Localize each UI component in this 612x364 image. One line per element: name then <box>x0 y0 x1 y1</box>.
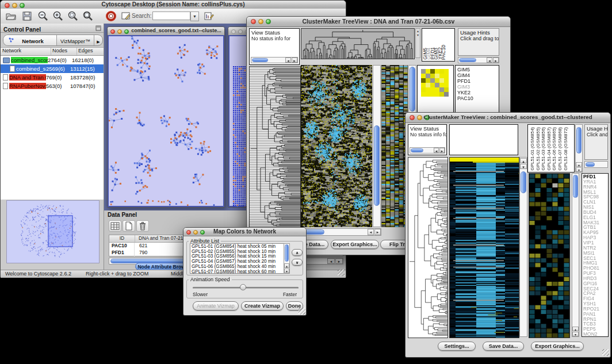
scroll-right-arrow[interactable]: ▸ <box>292 58 297 63</box>
create-vizmap-button[interactable]: Create Vizmap <box>241 301 284 311</box>
scroll-left-arrow[interactable]: ◂ <box>487 58 492 63</box>
export-graphics-button[interactable]: Export Graphics... <box>331 240 379 249</box>
scroll-thumb[interactable] <box>573 175 578 198</box>
mini-heatmap-cell[interactable] <box>435 87 439 92</box>
treeview2-collabel-vscrollbar[interactable]: ▴ ▾ <box>575 124 583 173</box>
mini-heatmap-cell[interactable] <box>439 92 444 97</box>
network-list-row[interactable]: combined_scores_2764(0)16218(0) <box>1 56 104 64</box>
help-lifebuoy-icon[interactable] <box>105 10 117 22</box>
map-colors-dialog[interactable]: Map Colors to Network Attribute List GPL… <box>183 227 307 316</box>
treeview1-global-vscrollbar[interactable] <box>373 65 381 227</box>
mini-heatmap-cell[interactable] <box>430 83 435 87</box>
mini-heatmap-cell[interactable] <box>435 74 439 78</box>
search-dropdown-arrow[interactable]: ▼ <box>190 12 199 21</box>
scroll-down-arrow[interactable]: ▾ <box>572 332 579 336</box>
view-status-scrollbar[interactable]: ◂ ▸ <box>410 147 445 154</box>
mini-heatmap-cell[interactable] <box>444 92 449 97</box>
treeview1-titlebar[interactable]: ClusterMaker TreeView : DNA and Tran 07-… <box>247 17 510 27</box>
treeview2-window[interactable]: ClusterMaker TreeView : combined_scores_… <box>405 112 611 358</box>
treeview1-label-toggle-strip[interactable]: ▴▾ <box>415 28 420 58</box>
mini-heatmap-cell[interactable] <box>421 87 426 92</box>
scroll-right-arrow[interactable]: ▸ <box>335 258 343 264</box>
network-list-row[interactable]: combined_sco2569(6)13112(15) <box>1 64 104 73</box>
row-label[interactable]: YKE2 <box>457 90 499 95</box>
scroll-up-arrow[interactable]: ▴ <box>572 327 579 331</box>
scroll-down-arrow[interactable]: ▾ <box>576 167 582 172</box>
row-label[interactable]: GIM4 <box>457 72 499 78</box>
scroll-left-arrow[interactable]: ◂ <box>327 258 335 264</box>
float-panel-icon[interactable] <box>95 25 101 31</box>
scroll-right-arrow[interactable]: ▸ <box>439 148 445 153</box>
settings-button[interactable]: Settings... <box>438 342 476 351</box>
minimize-button[interactable] <box>117 29 122 34</box>
row-label[interactable]: PAC10 <box>457 95 499 101</box>
save-data-button[interactable]: Save Data... <box>483 342 524 351</box>
usage-hints-scrollbar[interactable]: ◂ ▸ <box>458 57 499 63</box>
scroll-down-arrow[interactable]: ▾ <box>284 269 289 273</box>
mini-heatmap-cell[interactable] <box>421 69 426 74</box>
row-label[interactable]: PFD1 <box>457 78 499 84</box>
gene-label[interactable]: MON2 <box>583 332 608 337</box>
view-status-scrollbar[interactable]: ◂ ▸ <box>251 57 298 63</box>
tab-vizmapper[interactable]: VizMapper™ <box>57 35 94 45</box>
save-icon[interactable] <box>21 10 33 22</box>
attribute-mapper-icon[interactable] <box>203 10 215 22</box>
mini-heatmap-cell[interactable] <box>426 74 430 78</box>
mini-heatmap-cell[interactable] <box>426 78 430 83</box>
open-folder-icon[interactable] <box>5 10 17 22</box>
mini-heatmap-cell[interactable] <box>439 83 444 87</box>
mini-heatmap-cell[interactable] <box>421 74 426 78</box>
column-label[interactable]: GPL51-04 (GSM857) <box>546 127 552 171</box>
mini-heatmap-cell[interactable] <box>430 78 435 83</box>
mini-heatmap-cell[interactable] <box>421 78 426 83</box>
network-list-row[interactable]: RNAPuberNov2+563(0)107847(0) <box>1 82 104 90</box>
mini-heatmap-cell[interactable] <box>430 74 435 78</box>
scroll-thumb[interactable] <box>521 171 526 193</box>
column-label[interactable]: GPL51-03 (GSM856) <box>541 127 546 171</box>
treeview1-row-dendrogram[interactable] <box>249 66 301 228</box>
row-label[interactable]: GIM3 <box>457 84 499 90</box>
network-view-1-canvas[interactable] <box>109 36 223 206</box>
treeview2-resize-grip[interactable] <box>602 349 609 356</box>
scroll-left-arrow[interactable]: ◂ <box>368 229 374 235</box>
treeview2-global-vscrollbar[interactable]: ▴ ▾ <box>519 157 527 337</box>
column-label[interactable]: GPL51-02 (GSM855) <box>536 127 541 171</box>
mini-heatmap-cell[interactable] <box>430 87 435 92</box>
scroll-thumb[interactable] <box>576 127 582 154</box>
treeview1-column-dendrogram[interactable] <box>301 28 415 59</box>
speed-slider-thumb[interactable] <box>240 284 246 290</box>
scroll-left-arrow[interactable]: ◂ <box>285 58 291 63</box>
mini-heatmap-cell[interactable] <box>439 69 444 74</box>
zoom-out-icon[interactable] <box>37 10 49 22</box>
scroll-thumb[interactable] <box>586 162 595 167</box>
mini-heatmap-cell[interactable] <box>435 92 439 97</box>
scroll-thumb[interactable] <box>411 148 423 152</box>
data-column-id[interactable]: ID <box>109 235 135 242</box>
dialog-resize-grip[interactable] <box>299 308 305 315</box>
usage-hints-scrollbar[interactable] <box>584 161 608 168</box>
scroll-right-arrow[interactable]: ▸ <box>374 229 381 235</box>
scroll-thumb[interactable] <box>459 58 476 62</box>
network-overview-canvas[interactable] <box>6 200 100 263</box>
attribute-item[interactable]: GPL51-07 (GSM868) heat shock 60 min <box>192 270 288 274</box>
treeview2-row-dendrogram[interactable] <box>408 157 448 338</box>
dialog-titlebar[interactable]: Map Colors to Network <box>183 228 306 236</box>
scroll-thumb[interactable] <box>252 58 268 62</box>
treeview1-heatmap-zoom[interactable] <box>381 65 408 227</box>
mini-heatmap-cell[interactable] <box>426 92 430 97</box>
mini-heatmap-cell[interactable] <box>435 69 439 74</box>
mini-heatmap-cell[interactable] <box>435 78 439 83</box>
column-header-nodes[interactable]: Nodes <box>51 48 77 55</box>
attribute-list-vscrollbar[interactable]: ▴ ▾ <box>284 243 290 274</box>
zoom-selected-icon[interactable] <box>67 10 79 22</box>
mini-heatmap-cell[interactable] <box>444 83 449 87</box>
zoom-button[interactable] <box>124 29 129 34</box>
network-view-1-titlebar[interactable]: combined_scores_good.txt--cluste... <box>108 27 224 36</box>
treeview2-column-dendrogram-area[interactable] <box>449 124 518 155</box>
mini-heatmap-cell[interactable] <box>439 78 444 83</box>
scroll-thumb[interactable] <box>410 67 415 112</box>
scroll-right-arrow[interactable]: ▸ <box>493 58 499 63</box>
network-view-window-1[interactable]: combined_scores_good.txt--cluste... <box>107 26 225 208</box>
scroll-down-arrow[interactable]: ▾ <box>520 164 527 169</box>
close-button[interactable] <box>231 29 236 34</box>
